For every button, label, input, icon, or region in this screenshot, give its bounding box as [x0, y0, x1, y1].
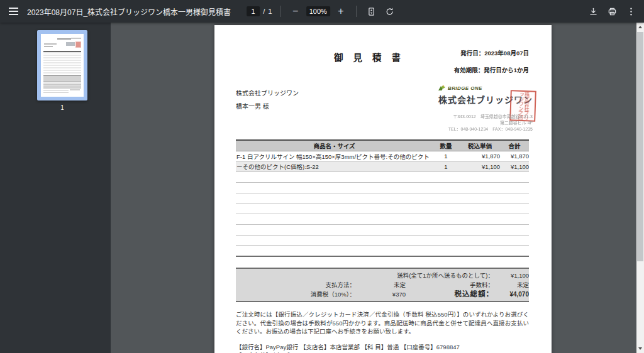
pdf-page: 御 見 積 書 発行日：2023年08月07日 有効期限：発行日から1か月 株式…: [214, 25, 552, 353]
empty-row: [236, 172, 529, 183]
toolbar-divider: [356, 6, 357, 17]
page-total: 1: [268, 8, 272, 15]
toolbar-divider: [280, 6, 280, 17]
header-unit-price: 税込単価: [460, 141, 500, 150]
vertical-scrollbar[interactable]: [636, 23, 644, 353]
page-number-input[interactable]: 1: [247, 6, 260, 16]
header-item-name: 商品名・サイズ: [236, 141, 432, 150]
table-body: F-1 白アクリルサイン 幅150×高150×厚3mm/ピクト番号:その他のピク…: [236, 151, 529, 257]
payment-method-value: 未定: [355, 280, 412, 290]
vendor-address: 〒343-0012 埼玉県越谷市南越谷4-21-3 第二越谷ビル 4F TEL：…: [438, 114, 533, 133]
tax-label: 消費税（10%）：: [236, 290, 355, 299]
vendor-brand-text: BRIDGE ONE: [448, 85, 482, 91]
items-table: 商品名・サイズ 数量 税込単価 合計 F-1 白アクリルサイン 幅150×高15…: [236, 139, 529, 257]
thumbnail-page-number: 1: [37, 104, 87, 111]
scrollbar-thumb[interactable]: [637, 32, 643, 261]
pdf-toolbar: 2023年08月07日_株式会社ブリッジワン橋本一男様御見積書 1 / 1 − …: [0, 0, 644, 23]
grand-total-label: 税込総額：: [412, 290, 494, 299]
fee-value: 未定: [494, 280, 529, 290]
recipient-company: 株式会社ブリッジワン: [236, 87, 299, 100]
fit-page-icon[interactable]: [364, 3, 379, 19]
table-header-row: 商品名・サイズ 数量 税込単価 合計: [236, 141, 529, 151]
rotate-ccw-icon[interactable]: [382, 3, 397, 19]
item-total: ¥1,100: [500, 163, 529, 170]
item-unit-price: ¥1,100: [460, 163, 500, 170]
page-separator: /: [263, 8, 265, 15]
item-qty: 1: [432, 153, 460, 160]
empty-row: [236, 246, 529, 257]
item-name: ーその他のピクト(C価格):S-22: [236, 162, 432, 171]
fee-label: 手数料：: [412, 280, 494, 290]
bridge-one-logo-icon: [438, 85, 446, 91]
menu-icon[interactable]: [3, 0, 24, 23]
thumbnail-sidebar: 1: [0, 23, 111, 353]
recipient-block: 株式会社ブリッジワン 橋本一男 様: [236, 87, 299, 113]
item-row: F-1 白アクリルサイン 幅150×高150×厚3mm/ピクト番号:その他のピク…: [236, 151, 529, 162]
issue-date: 発行日：2023年08月07日: [460, 48, 529, 57]
zoom-in-button[interactable]: +: [333, 3, 348, 19]
toolbar-right-controls: [586, 3, 638, 19]
document-title: 2023年08月07日_株式会社ブリッジワン橋本一男様御見積書: [27, 6, 231, 17]
more-vertical-icon[interactable]: [624, 3, 638, 19]
print-icon[interactable]: [605, 3, 619, 19]
empty-row: [236, 236, 529, 246]
vendor-block: BRIDGE ONE 株式会社ブリッジワン 株式会社ブリッジワン之印 〒343-…: [438, 85, 533, 133]
zoom-level-input[interactable]: 100%: [306, 6, 330, 16]
page-thumbnail[interactable]: [37, 30, 87, 100]
item-row: ーその他のピクト(C価格):S-221¥1,100¥1,100: [236, 162, 529, 173]
item-total: ¥1,870: [500, 153, 529, 160]
item-unit-price: ¥1,870: [460, 153, 500, 160]
empty-row: [236, 225, 529, 236]
payment-method-label: 支払方法：: [236, 280, 355, 290]
download-icon[interactable]: [586, 3, 600, 19]
estimate-document: 御 見 積 書 発行日：2023年08月07日 有効期限：発行日から1か月 株式…: [214, 25, 552, 353]
thumbnail-preview: [41, 34, 84, 97]
recipient-name: 橋本一男 様: [236, 100, 299, 113]
shipping-value: ¥1,100: [494, 271, 529, 280]
empty-row: [236, 214, 529, 225]
header-total: 合計: [500, 141, 529, 150]
bank-info-line1: 【銀行名】PayPay銀行 【支店名】本店営業部 【科 目】普通 【口座番号】6…: [236, 343, 529, 352]
bank-info: 【銀行名】PayPay銀行 【支店名】本店営業部 【科 目】普通 【口座番号】6…: [236, 343, 529, 353]
scroll-up-arrow[interactable]: [636, 23, 644, 31]
empty-row: [236, 193, 529, 204]
validity-period: 有効期限：発行日から1か月: [454, 65, 529, 74]
empty-row: [236, 204, 529, 214]
item-name: F-1 白アクリルサイン 幅150×高150×厚3mm/ピクト番号:その他のピク…: [236, 152, 432, 161]
header-quantity: 数量: [432, 141, 460, 150]
tax-value: ¥370: [355, 290, 412, 299]
shipping-label: 送料(全て1か所へ送るものとして)：: [236, 271, 494, 280]
grand-total-value: ¥4,070: [494, 290, 529, 299]
empty-row: [236, 183, 529, 193]
toolbar-center-controls: 1 / 1 − 100% +: [247, 3, 397, 19]
item-qty: 1: [432, 163, 460, 170]
payment-notes: ご注文時には【銀行振込／クレジットカード決済／代金引換（手数料 税込550円）】…: [236, 310, 529, 336]
summary-box: 送料(全て1か所へ送るものとして)： ¥1,100 支払方法： 未定 手数料： …: [236, 268, 529, 302]
scroll-down-arrow[interactable]: [636, 344, 644, 353]
zoom-out-button[interactable]: −: [288, 3, 303, 19]
thumbnail-stamp: [76, 42, 80, 47]
